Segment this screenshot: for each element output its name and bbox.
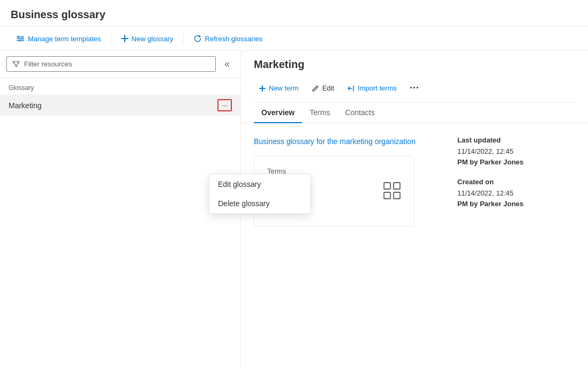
created-on-section: Created on 11/14/2022, 12:45 PM by Parke… xyxy=(457,178,575,209)
content-header: Marketing New term Edit xyxy=(241,51,588,103)
content-toolbar: New term Edit Import terms ··· xyxy=(254,76,575,103)
overview-right: Last updated 11/14/2022, 12:45 PM by Par… xyxy=(457,136,575,227)
delete-glossary-label: Delete glossary xyxy=(218,199,270,208)
svg-rect-9 xyxy=(394,192,400,199)
filter-input-container[interactable]: Filter resources xyxy=(6,56,216,72)
created-on-value: 11/14/2022, 12:45 PM by Parker Jones xyxy=(457,188,575,209)
plus-icon xyxy=(121,35,129,42)
last-updated-label: Last updated xyxy=(457,136,575,144)
collapse-button[interactable]: « xyxy=(220,56,234,72)
toolbar-divider-2 xyxy=(183,33,184,44)
tab-terms[interactable]: Terms xyxy=(302,103,337,123)
tab-contacts-label: Contacts xyxy=(345,108,374,117)
content-more-button[interactable]: ··· xyxy=(404,79,425,97)
svg-point-5 xyxy=(19,40,21,41)
new-glossary-button[interactable]: New glossary xyxy=(116,32,179,46)
svg-rect-6 xyxy=(384,183,390,189)
sidebar: Filter resources « Glossary Marketing ··… xyxy=(0,51,241,368)
last-updated-by: PM by Parker Jones xyxy=(457,158,524,166)
filter-bar: Filter resources « xyxy=(0,51,240,78)
new-term-button[interactable]: New term xyxy=(254,81,304,95)
tabs: Overview Terms Contacts xyxy=(241,103,588,123)
marketing-more-button[interactable]: ··· xyxy=(217,99,232,111)
manage-term-templates-button[interactable]: Manage term templates xyxy=(11,31,107,46)
tab-terms-label: Terms xyxy=(310,108,330,117)
toolbar-divider xyxy=(111,33,111,44)
svg-rect-7 xyxy=(394,183,400,189)
sidebar-item-label: Marketing xyxy=(9,101,41,110)
refresh-icon xyxy=(193,34,202,43)
last-updated-date: 11/14/2022, 12:45 xyxy=(457,147,514,155)
edit-glossary-label: Edit glossary xyxy=(218,180,261,189)
main-layout: Filter resources « Glossary Marketing ··… xyxy=(0,51,588,368)
last-updated-value: 11/14/2022, 12:45 PM by Parker Jones xyxy=(457,146,575,167)
tab-contacts[interactable]: Contacts xyxy=(337,103,382,123)
sidebar-item-marketing[interactable]: Marketing ··· xyxy=(0,95,240,116)
svg-point-3 xyxy=(18,36,19,37)
glossary-section-label: Glossary xyxy=(0,78,240,95)
new-term-plus-icon xyxy=(259,85,266,92)
edit-label: Edit xyxy=(322,84,334,92)
edit-button[interactable]: Edit xyxy=(306,81,340,95)
refresh-label: Refresh glossaries xyxy=(205,35,263,43)
new-glossary-label: New glossary xyxy=(132,35,174,43)
svg-rect-8 xyxy=(384,192,390,199)
page-title: Business glossary xyxy=(11,9,577,21)
tab-overview-label: Overview xyxy=(261,108,295,117)
created-on-date: 11/14/2022, 12:45 xyxy=(457,189,514,197)
edit-icon xyxy=(312,85,319,92)
context-menu-delete[interactable]: Delete glossary xyxy=(209,194,310,213)
filter-icon xyxy=(12,61,20,68)
content-title: Marketing xyxy=(254,58,575,71)
tab-overview[interactable]: Overview xyxy=(254,103,302,123)
page-header: Business glossary xyxy=(0,0,588,27)
context-menu: Edit glossary Delete glossary xyxy=(209,174,311,214)
last-updated-section: Last updated 11/14/2022, 12:45 PM by Par… xyxy=(457,136,575,167)
manage-icon xyxy=(16,34,25,43)
top-toolbar: Manage term templates New glossary Refre… xyxy=(0,27,588,51)
manage-label: Manage term templates xyxy=(28,35,101,43)
description-text: Business glossary for the marketing orga… xyxy=(254,136,436,147)
grid-icon xyxy=(383,182,401,200)
new-term-label: New term xyxy=(269,84,299,92)
import-terms-label: Import terms xyxy=(358,84,397,92)
import-terms-button[interactable]: Import terms xyxy=(342,81,402,95)
created-on-by: PM by Parker Jones xyxy=(457,200,524,208)
svg-point-4 xyxy=(22,38,24,40)
refresh-glossaries-button[interactable]: Refresh glossaries xyxy=(188,31,268,46)
created-on-label: Created on xyxy=(457,178,575,186)
context-menu-edit[interactable]: Edit glossary xyxy=(209,175,310,194)
filter-placeholder: Filter resources xyxy=(24,60,72,68)
import-icon xyxy=(347,85,355,92)
